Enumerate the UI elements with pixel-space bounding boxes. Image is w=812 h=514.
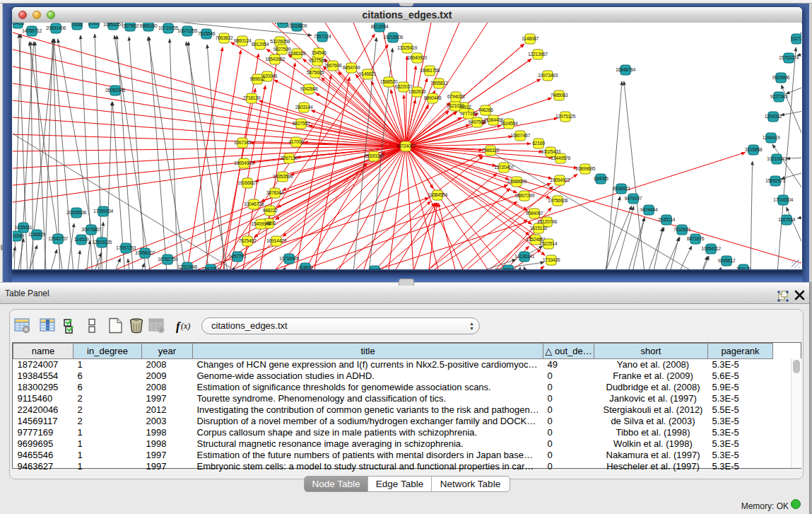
svg-text:53226058: 53226058 [270, 39, 290, 44]
svg-text:7632621: 7632621 [673, 227, 691, 232]
svg-text:1209332: 1209332 [765, 114, 782, 119]
svg-text:98127: 98127 [368, 268, 381, 269]
svg-text:463819: 463819 [298, 265, 313, 269]
svg-text:13325419: 13325419 [397, 45, 417, 50]
svg-text:19654923: 19654923 [550, 177, 570, 182]
svg-text:12503135: 12503135 [92, 240, 112, 245]
svg-text:1435061: 1435061 [15, 225, 33, 230]
svg-text:114519: 114519 [74, 237, 89, 242]
svg-text:17359934: 17359934 [93, 209, 113, 214]
svg-text:10958107: 10958107 [135, 250, 155, 255]
svg-text:2935114: 2935114 [658, 217, 675, 222]
svg-text:15409948: 15409948 [251, 221, 271, 226]
svg-text:1362615: 1362615 [408, 89, 426, 94]
svg-text:8938923: 8938923 [613, 186, 630, 191]
svg-text:15692971: 15692971 [765, 178, 785, 183]
svg-text:19756928: 19756928 [548, 198, 567, 203]
svg-text:1615132: 1615132 [530, 226, 548, 230]
svg-text:2522514: 2522514 [540, 241, 558, 246]
svg-text:3215958: 3215958 [745, 147, 763, 152]
svg-text:12213967: 12213967 [528, 52, 548, 57]
svg-text:1156829: 1156829 [28, 232, 45, 237]
svg-text:1987354: 1987354 [202, 267, 220, 269]
svg-text:6966160: 6966160 [140, 23, 158, 28]
svg-text:16353594: 16353594 [273, 174, 293, 179]
svg-text:3267130: 3267130 [281, 156, 298, 160]
svg-text:21364436: 21364436 [483, 117, 503, 122]
svg-text:9529996: 9529996 [772, 75, 790, 80]
svg-text:12323446: 12323446 [177, 264, 197, 269]
svg-text:1067342: 1067342 [234, 140, 252, 145]
svg-text:9242848: 9242848 [300, 86, 318, 91]
svg-text:9245612: 9245612 [718, 258, 736, 263]
svg-text:11172: 11172 [791, 36, 801, 41]
svg-text:12975125: 12975125 [555, 114, 575, 119]
svg-text:1244419: 1244419 [763, 135, 780, 140]
svg-text:8813054: 8813054 [371, 24, 389, 29]
svg-text:9336: 9336 [72, 23, 82, 27]
svg-text:62160: 62160 [532, 141, 545, 146]
svg-text:19166827: 19166827 [237, 180, 257, 185]
svg-text:7955812: 7955812 [430, 81, 448, 86]
svg-text:25300215: 25300215 [364, 153, 384, 158]
svg-text:6497568: 6497568 [469, 119, 486, 124]
svg-text:10688609: 10688609 [507, 179, 526, 184]
svg-text:18807249: 18807249 [514, 193, 534, 198]
svg-text:7986322: 7986322 [482, 148, 500, 153]
svg-text:8186328: 8186328 [288, 51, 306, 56]
svg-text:8454749: 8454749 [343, 65, 360, 70]
svg-text:17016504: 17016504 [773, 197, 793, 202]
svg-text:1148087: 1148087 [522, 36, 539, 41]
svg-text:1588520: 1588520 [380, 79, 398, 84]
svg-text:9084067: 9084067 [526, 211, 543, 216]
svg-text:173342: 173342 [501, 267, 516, 269]
svg-text:391549: 391549 [13, 233, 24, 238]
svg-text:19384554: 19384554 [428, 192, 447, 197]
svg-text:30975867: 30975867 [81, 227, 101, 232]
svg-text:9474444: 9474444 [640, 207, 658, 212]
svg-text:14055712: 14055712 [22, 28, 42, 33]
svg-text:12942737: 12942737 [48, 236, 68, 241]
svg-text:26053346: 26053346 [105, 88, 125, 93]
svg-text:417004: 417004 [289, 139, 304, 144]
svg-text:9227343: 9227343 [770, 94, 788, 99]
svg-text:16961758: 16961758 [420, 68, 440, 73]
svg-text:10973493: 10973493 [538, 73, 558, 78]
svg-text:19716485: 19716485 [279, 256, 299, 261]
svg-text:164095: 164095 [594, 176, 608, 181]
svg-text:154546: 154546 [312, 50, 326, 55]
svg-text:1792973: 1792973 [274, 23, 292, 25]
svg-text:1733426: 1733426 [543, 257, 560, 262]
svg-text:3878344: 3878344 [266, 190, 284, 195]
svg-text:746266: 746266 [478, 107, 493, 112]
svg-text:6479197: 6479197 [625, 196, 642, 201]
svg-text:1527602: 1527602 [122, 23, 139, 28]
svg-text:7663822: 7663822 [216, 35, 233, 40]
svg-text:948222: 948222 [263, 208, 278, 213]
svg-text:1167534: 1167534 [778, 217, 795, 222]
svg-text:10210643: 10210643 [767, 156, 787, 161]
svg-text:18640910: 18640910 [407, 55, 427, 60]
svg-text:9860124: 9860124 [234, 38, 252, 43]
svg-text:10899695: 10899695 [575, 166, 595, 171]
svg-text:8427552: 8427552 [293, 121, 310, 126]
svg-text:(x): (x) [181, 321, 190, 331]
svg-text:10719155: 10719155 [158, 25, 178, 30]
svg-text:7485063: 7485063 [551, 93, 568, 98]
svg-text:19435: 19435 [13, 23, 24, 25]
svg-text:5875685: 5875685 [307, 70, 324, 75]
svg-text:10937: 10937 [88, 23, 100, 25]
svg-text:6322037: 6322037 [395, 84, 413, 89]
svg-text:8912954: 8912954 [252, 42, 269, 47]
svg-text:10853257: 10853257 [103, 23, 123, 27]
svg-text:16914479: 16914479 [266, 238, 286, 243]
svg-text:19218506: 19218506 [383, 35, 403, 40]
svg-text:2667608: 2667608 [324, 63, 342, 68]
svg-text:1621022: 1621022 [447, 103, 464, 108]
svg-text:19654943: 19654943 [234, 160, 254, 165]
svg-text:989612: 989612 [250, 76, 265, 81]
svg-text:15720407: 15720407 [494, 165, 514, 170]
svg-text:15751074: 15751074 [779, 55, 799, 60]
svg-text:13449576: 13449576 [551, 156, 570, 160]
svg-text:7625402: 7625402 [239, 238, 257, 243]
